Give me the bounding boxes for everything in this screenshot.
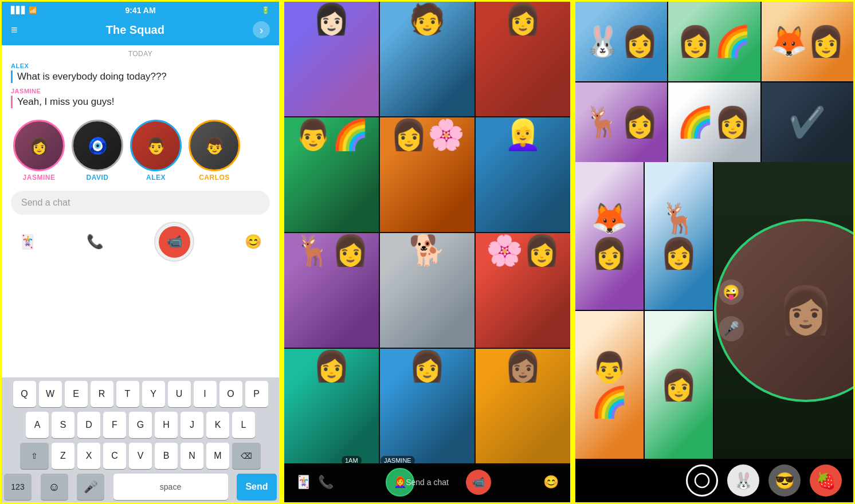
send-chat-input[interactable]: Send a chat: [11, 191, 270, 215]
key-y[interactable]: Y: [142, 381, 165, 407]
video-cell-12[interactable]: 👩🏽: [476, 349, 570, 463]
video-call-button[interactable]: 📹: [154, 222, 194, 262]
right-cell-6[interactable]: ✔️: [762, 82, 853, 162]
key-b[interactable]: B: [155, 443, 178, 469]
message-block-1: ALEX What is everybody doing today???: [2, 60, 279, 85]
right-cell-5[interactable]: 🌈👩: [668, 82, 760, 162]
message-text-jasmine: Yeah, I miss you guys!: [17, 96, 270, 108]
rbc-face-1: 🦊👩: [575, 201, 644, 271]
emoji-icon[interactable]: 😊: [245, 234, 262, 250]
avatar-carlos: 👦: [189, 120, 240, 171]
key-mic[interactable]: 🎤: [77, 474, 104, 500]
filter-face-emoji: 🐰: [734, 471, 754, 490]
menu-icon[interactable]: ≡: [11, 23, 18, 37]
video-cell-5[interactable]: 👩🌸: [380, 117, 474, 232]
mid-send-chat-label[interactable]: Send a chat: [406, 478, 449, 487]
right-side-icons: 😜 🎤: [719, 279, 744, 341]
mid-sticker-icon[interactable]: 🃏: [296, 475, 311, 490]
message-block-2: JASMINE Yeah, I miss you guys!: [2, 85, 279, 111]
right-cell-1[interactable]: 🐰👩: [575, 2, 667, 81]
forward-button[interactable]: ›: [253, 21, 270, 38]
rb-cell-4[interactable]: 👩: [645, 311, 713, 459]
message-text-alex: What is everybody doing today???: [17, 70, 270, 83]
video-cell-7[interactable]: 🦌👩: [284, 233, 379, 348]
video-cell-1[interactable]: 👩🏻: [284, 2, 379, 116]
rb-cell-3[interactable]: 👨🌈: [575, 311, 644, 459]
key-h[interactable]: H: [155, 412, 178, 438]
phone-icon[interactable]: 📞: [87, 234, 104, 250]
key-i[interactable]: I: [194, 381, 217, 407]
key-w[interactable]: W: [39, 381, 62, 407]
key-c[interactable]: C: [103, 443, 126, 469]
key-a[interactable]: A: [26, 412, 49, 438]
video-cell-3[interactable]: 👩: [476, 2, 570, 116]
key-z[interactable]: Z: [52, 443, 74, 469]
key-shift[interactable]: ⇧: [20, 443, 49, 469]
face-9: 🌸👩: [476, 233, 570, 268]
video-cell-6[interactable]: 👱‍♀️: [476, 117, 570, 232]
rb-cell-2[interactable]: 🦌👩: [645, 162, 713, 310]
key-g[interactable]: G: [129, 412, 152, 438]
right-bottom-section: 🦊👩 🦌👩 👨🌈 👩 😜 🎤 👩🏽 ▾: [575, 162, 853, 459]
key-s[interactable]: S: [52, 412, 74, 438]
key-f[interactable]: F: [103, 412, 126, 438]
keyboard-row-2: A S D F G H J K L: [4, 412, 277, 438]
avatar-item-david[interactable]: 🧿 DAVID: [72, 120, 123, 182]
key-emoji[interactable]: ☺: [41, 474, 68, 500]
filter-sunglass-emoji: 😎: [775, 471, 795, 490]
rb-cell-1[interactable]: 🦊👩: [575, 162, 644, 310]
key-d[interactable]: D: [77, 412, 100, 438]
key-delete[interactable]: ⌫: [232, 443, 261, 469]
face-8: 🐕: [380, 233, 474, 268]
key-x[interactable]: X: [77, 443, 100, 469]
right-cell-2[interactable]: 👩🌈: [668, 2, 760, 81]
key-q[interactable]: Q: [13, 381, 36, 407]
video-cell-4[interactable]: 👨🌈: [284, 117, 379, 232]
key-r[interactable]: R: [91, 381, 113, 407]
key-k[interactable]: K: [206, 412, 229, 438]
mid-avatar-face: 👩‍🦰: [394, 476, 406, 489]
avatar-item-carlos[interactable]: 👦 CARLOS: [189, 120, 240, 182]
key-e[interactable]: E: [65, 381, 88, 407]
filter-sunglass-button[interactable]: 😎: [768, 464, 801, 497]
right-bottom-grid: 🦊👩 🦌👩 👨🌈 👩: [575, 162, 713, 459]
right-cell-4[interactable]: 🦌👩: [575, 82, 667, 162]
key-p[interactable]: P: [245, 381, 268, 407]
message-border-jasmine: Yeah, I miss you guys!: [11, 96, 270, 108]
mid-emoji-icon[interactable]: 😊: [543, 475, 559, 490]
send-chat-placeholder: Send a chat: [21, 198, 70, 207]
filter-face-button[interactable]: 🐰: [727, 464, 759, 497]
key-numbers[interactable]: 123: [4, 474, 32, 500]
key-l[interactable]: L: [232, 412, 255, 438]
video-cell-10[interactable]: 👩: [284, 349, 379, 463]
key-j[interactable]: J: [181, 412, 203, 438]
mid-bottom-left: 🃏 📞: [296, 475, 334, 490]
key-t[interactable]: T: [116, 381, 139, 407]
filter-icon[interactable]: 😜: [719, 279, 744, 305]
avatars-row: 👩 JASMINE 🧿 DAVID 👨 ALEX 👦 CARLOS: [2, 111, 279, 186]
mic-icon[interactable]: 🎤: [719, 316, 744, 341]
filter-strawberry-button[interactable]: 🍓: [810, 464, 842, 497]
video-cell-9[interactable]: 🌸👩: [476, 233, 570, 348]
chat-header: ≡ The Squad ›: [2, 17, 279, 45]
mid-phone-icon[interactable]: 📞: [318, 475, 334, 490]
video-cell-11[interactable]: 👩: [380, 349, 474, 463]
key-space[interactable]: space: [113, 474, 228, 500]
sticker-icon[interactable]: 🃏: [19, 234, 36, 250]
key-v[interactable]: V: [129, 443, 152, 469]
avatar-item-jasmine[interactable]: 👩 JASMINE: [13, 120, 65, 182]
avatar-item-alex[interactable]: 👨 ALEX: [130, 120, 182, 182]
battery-icon: 🔋: [261, 6, 270, 14]
key-m[interactable]: M: [206, 443, 229, 469]
face-7: 🦌👩: [284, 233, 379, 268]
video-cell-8[interactable]: 🐕: [380, 233, 474, 348]
right-cell-3[interactable]: 🦊👩: [762, 2, 853, 81]
key-n[interactable]: N: [181, 443, 203, 469]
key-o[interactable]: O: [219, 381, 242, 407]
mid-video-button[interactable]: 📹: [466, 470, 491, 495]
video-cell-2[interactable]: 🧑: [380, 2, 474, 116]
key-u[interactable]: U: [168, 381, 191, 407]
avatar-alex: 👨: [130, 120, 182, 171]
key-send[interactable]: Send: [237, 474, 277, 500]
filter-none-button[interactable]: [686, 464, 718, 497]
